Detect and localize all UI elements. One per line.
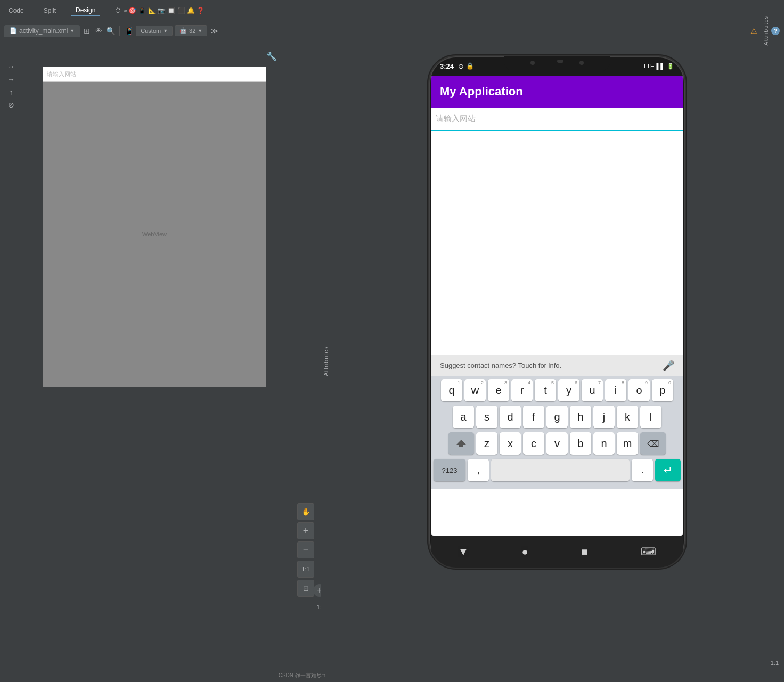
fit-screen-btn[interactable]: ⊡ [297,580,314,597]
key-space[interactable] [491,459,630,481]
keyboard-suggest-bar: Suggest contact names? Touch for info. 🎤 [431,355,683,376]
file-icon: 📄 [10,27,17,34]
no-select-tool[interactable]: ⊘ [6,100,16,110]
status-left-icons: ⊙ 🔒 [458,62,474,70]
nav-recent[interactable]: ■ [581,546,587,558]
key-p[interactable]: 0p [652,379,673,401]
attributes-label: Attributes [763,15,769,45]
keyboard: 1q 2w 3e 4r 5t 6y 7u 8i 9o 0p a [431,376,683,489]
key-i[interactable]: 8i [605,379,626,401]
select-tool[interactable]: ↔ [6,62,16,71]
attributes-toggle[interactable]: Attributes [763,15,769,45]
lock-icon: 🔒 [466,62,474,70]
second-toolbar: 📄 activity_main.xml ▼ ⊞ 👁 🔍 📱 Custom ▼ 🤖… [0,21,784,40]
zoom-out-btn[interactable]: − [297,541,314,558]
help-button[interactable]: ? [771,27,780,35]
key-period[interactable]: . [632,459,653,481]
key-l[interactable]: l [640,406,662,428]
api-arrow: ▼ [198,28,202,34]
canvas-url-bar: 请输入网站 [43,67,266,82]
zoom-in-btn[interactable]: + [297,522,314,539]
key-y[interactable]: 6y [558,379,579,401]
key-x[interactable]: x [500,432,521,455]
move-up-tool[interactable]: ↑ [6,87,16,97]
expand-icon[interactable]: ≫ [209,26,219,36]
app-bar: My Application [431,76,683,108]
warning-icon[interactable]: ⚠ [749,26,758,36]
key-j[interactable]: j [593,406,615,428]
file-tab-arrow[interactable]: ▼ [70,28,75,34]
key-v[interactable]: v [546,432,568,455]
key-q[interactable]: 1q [441,379,462,401]
key-z[interactable]: z [476,432,497,455]
keyboard-row-1: 1q 2w 3e 4r 5t 6y 7u 8i 9o 0p [434,379,681,401]
status-time: 3:24 [440,62,454,70]
key-m[interactable]: m [617,432,638,455]
left-canvas-tools: ↔ → ↑ ⊘ [6,62,16,110]
tool-icon[interactable]: 🔍 [105,26,115,36]
key-numbers[interactable]: ?123 [434,459,466,481]
key-s[interactable]: s [476,406,497,428]
side-ratio-label: 1:1 [771,660,779,666]
url-input-placeholder: 请输入网站 [436,114,476,124]
battery-icon: 🔋 [667,63,674,70]
phone-nav-bar: ▼ ● ■ ⌨ [431,536,683,568]
key-c[interactable]: c [523,432,544,455]
file-name: activity_main.xml [19,27,68,35]
right-canvas-tools: ✋ + − 1:1 ⊡ [297,503,314,597]
move-right-tool[interactable]: → [6,75,16,84]
key-r[interactable]: 4r [511,379,533,401]
zoom-ratio-btn[interactable]: 1:1 [297,561,314,578]
hand-tool[interactable]: ✋ [297,503,314,520]
key-h[interactable]: h [570,406,591,428]
key-k[interactable]: k [617,406,638,428]
phone-icon[interactable]: 📱 [124,26,134,36]
key-comma[interactable]: , [468,459,489,481]
tab-design[interactable]: Design [71,5,100,16]
key-e[interactable]: 3e [488,379,509,401]
phone-mockup: 3:24 ⊙ 🔒 LTE ▌▌ 🔋 My Application [429,56,685,568]
key-t[interactable]: 5t [535,379,556,401]
webview-content [431,131,683,355]
key-delete[interactable]: ⌫ [640,432,666,455]
device-dropdown[interactable]: Custom ▼ [136,26,173,36]
tab-split[interactable]: Split [39,6,60,15]
status-right-icons: LTE ▌▌ 🔋 [644,63,674,70]
phone-notch [504,56,610,71]
key-shift[interactable] [448,432,474,455]
url-input-area[interactable]: 请输入网站 [431,108,683,131]
lte-label: LTE [644,63,654,69]
file-tab[interactable]: 📄 activity_main.xml ▼ [4,25,80,37]
suggest-text: Suggest contact names? Touch for info. [440,361,561,369]
key-u[interactable]: 7u [582,379,603,401]
separator-3 [105,5,105,16]
key-a[interactable]: a [453,406,474,428]
design-canvas-panel: ↔ → ↑ ⊘ 🔧 请输入网站 WebView ✋ + − [0,40,330,682]
separator-2 [66,5,66,16]
app-title: My Application [440,85,523,98]
keyboard-row-2: a s d f g h j k l [434,406,681,428]
keyboard-row-3: z x c v b n m ⌫ [434,432,681,455]
layer-icon[interactable]: ⊞ [82,26,92,36]
key-b[interactable]: b [570,432,591,455]
top-toolbar: Code Split Design ⏱ ⊕ 🎯 📱 📐 📷 🔲 ⬛ 🔔 ❓ [0,0,784,21]
attributes-sidebar-strip[interactable]: Attributes [321,40,330,682]
phone-container: 3:24 ⊙ 🔒 LTE ▌▌ 🔋 My Application [330,40,784,682]
key-f[interactable]: f [523,406,544,428]
api-dropdown[interactable]: 🤖 32 ▼ [175,25,207,36]
toolbar-icons-group: ⏱ ⊕ 🎯 📱 📐 📷 🔲 ⬛ 🔔 ❓ [115,7,205,14]
key-g[interactable]: g [546,406,568,428]
key-enter[interactable]: ↵ [655,459,681,481]
nav-home[interactable]: ● [521,546,528,558]
webview-label: WebView [142,231,167,237]
nav-back[interactable]: ▼ [458,546,469,558]
keyboard-row-4: ?123 , . ↵ [434,459,681,481]
key-w[interactable]: 2w [464,379,486,401]
nav-keyboard[interactable]: ⌨ [641,545,656,558]
eye-icon[interactable]: 👁 [94,26,103,36]
key-o[interactable]: 9o [628,379,650,401]
key-n[interactable]: n [593,432,615,455]
key-d[interactable]: d [500,406,521,428]
tab-code[interactable]: Code [4,6,28,15]
mic-icon[interactable]: 🎤 [663,360,674,372]
